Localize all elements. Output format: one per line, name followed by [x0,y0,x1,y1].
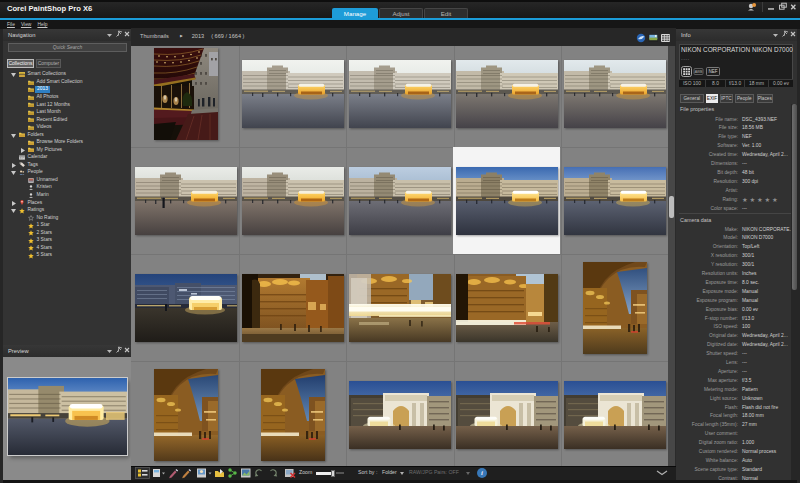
svg-text:AWB: AWB [695,70,703,74]
svg-text:NEF: NEF [708,69,717,74]
